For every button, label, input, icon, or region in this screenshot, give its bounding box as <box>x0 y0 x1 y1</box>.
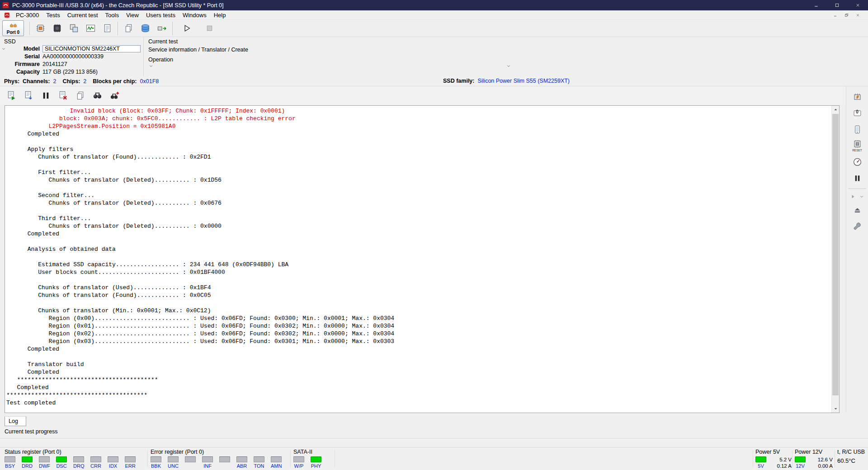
right-toolbar-bottom-icons <box>849 203 866 233</box>
copy-icon[interactable] <box>72 88 88 103</box>
operation-dropdown-icon[interactable] <box>148 63 154 69</box>
ammeter-icon[interactable] <box>849 155 866 169</box>
power-5v-title: Power 5V <box>755 449 792 455</box>
led-label: TON <box>254 463 264 469</box>
stop-log-icon[interactable] <box>55 88 71 103</box>
log-line: Completed <box>6 345 831 353</box>
separator <box>147 450 148 467</box>
status-register-section: Status register (Port 0) BSYDRDDWFDSCDRQ… <box>5 449 142 469</box>
power-12v-led-label: 12V <box>795 463 806 469</box>
mdi-minimize-button[interactable] <box>830 11 840 19</box>
log-content[interactable]: Invalid block (Block: 0x03FF; Chunk: 0x1… <box>5 106 831 413</box>
minimize-button[interactable] <box>806 0 826 10</box>
reset-icon[interactable]: RESET <box>849 139 866 152</box>
pause-icon[interactable] <box>38 88 53 103</box>
chip-copy-icon[interactable] <box>66 21 81 36</box>
power-chip-icon[interactable] <box>849 90 866 103</box>
mdi-restore-button[interactable] <box>841 11 851 19</box>
led-indicator <box>293 456 304 462</box>
oscilloscope-icon[interactable] <box>83 21 98 36</box>
menu-windows[interactable]: Windows <box>179 11 210 19</box>
port-0-button[interactable]: Port 0 <box>2 20 24 36</box>
usb-port-icon[interactable]: 0 <box>849 106 866 120</box>
log-line <box>6 238 831 245</box>
blocks-per-chip-label: Blocks per chip: <box>93 78 137 85</box>
led-label: DSC <box>56 463 67 469</box>
led-indicator <box>271 456 282 462</box>
log-line: Second filter... <box>6 192 831 199</box>
separator <box>335 450 335 467</box>
log-line: Completed <box>6 130 831 138</box>
ssd-field-serial: SerialAA00000000000000339 <box>8 52 141 60</box>
log-scrollbar[interactable] <box>831 106 839 413</box>
pause-side-icon[interactable] <box>849 171 866 185</box>
play-icon[interactable] <box>179 21 194 36</box>
disk-stack-icon[interactable] <box>137 21 153 36</box>
menu-pc-3000[interactable]: PC-3000 <box>12 11 42 19</box>
ssd-dropdown-icon[interactable] <box>1 46 7 52</box>
log-line <box>6 161 831 169</box>
menu-view[interactable]: View <box>123 11 142 19</box>
led-indicator <box>108 456 118 462</box>
log-line: Translator build <box>6 361 831 368</box>
info-panels: SSD ModelSILICONMOTION SM2246XTSerialAA0… <box>0 37 868 76</box>
run-log-icon[interactable] <box>4 88 19 103</box>
stop-icon[interactable] <box>202 21 217 36</box>
led-indicator <box>151 456 161 462</box>
scroll-down-button[interactable] <box>832 405 839 413</box>
temperature-value: 60.5°C <box>837 457 865 464</box>
chip-writer-icon[interactable] <box>33 21 48 36</box>
maximize-button[interactable] <box>826 0 847 10</box>
led-indicator <box>5 456 15 462</box>
toolbar-separator <box>848 188 866 189</box>
led-indicator <box>73 456 84 462</box>
log-line: Completed <box>6 230 831 238</box>
phys-bar: Phys: Channels: 2 Chips: 2 Blocks per ch… <box>0 76 868 86</box>
operation-label: Operation <box>148 56 173 63</box>
save-report-icon[interactable] <box>21 88 36 103</box>
led-label <box>185 463 196 469</box>
log-line: block: 0x003A; chunk: 0x5FC0............… <box>6 115 831 122</box>
menu-help[interactable]: Help <box>210 11 230 19</box>
operation-dropdown-right-icon[interactable] <box>506 63 512 69</box>
led-indicator <box>219 456 230 462</box>
chevron-down-icon[interactable] <box>858 193 865 200</box>
find-next-icon[interactable] <box>107 88 122 103</box>
toolbar-data-group <box>121 21 170 36</box>
led-IDX: IDX <box>108 456 125 469</box>
progress-label: Current test progress <box>5 428 57 435</box>
card-icon[interactable] <box>849 203 866 216</box>
led-indicator <box>39 456 50 462</box>
menu-users-tests[interactable]: Users tests <box>142 11 179 19</box>
led-indicator <box>168 456 179 462</box>
ssd-field-model: ModelSILICONMOTION SM2246XT <box>8 45 141 52</box>
copy-pages-icon[interactable] <box>121 21 136 36</box>
menu-tools[interactable]: Tools <box>102 11 123 19</box>
menu-current-test[interactable]: Current test <box>64 11 102 19</box>
tab-log[interactable]: Log <box>5 416 26 426</box>
log-line <box>6 276 831 284</box>
run-small-icon[interactable] <box>849 193 857 200</box>
log-line: Chunks of translator (Deleted)..........… <box>6 222 831 230</box>
data-transfer-icon[interactable] <box>154 21 170 36</box>
scroll-up-button[interactable] <box>832 106 839 113</box>
log-line: Completed <box>6 368 831 376</box>
log-line: Third filter... <box>6 215 831 222</box>
temperature-title: t, R/C USB <box>837 449 865 455</box>
mdi-close-button[interactable] <box>853 11 863 19</box>
chip-icon[interactable] <box>49 21 65 36</box>
ssd-family: SSD family: Silicon Power Slim S55 (SM22… <box>443 78 576 84</box>
wrench-icon[interactable] <box>849 219 866 233</box>
menu-tests[interactable]: Tests <box>42 11 63 19</box>
find-icon[interactable] <box>90 88 105 103</box>
field-label: Firmware <box>8 61 42 67</box>
device-icon[interactable] <box>849 122 866 136</box>
toolbar-chip-group <box>33 21 115 36</box>
spec-list-icon[interactable] <box>99 21 115 36</box>
close-button[interactable] <box>847 0 868 10</box>
right-toolbar-main-icons: 0RESET <box>849 90 866 185</box>
port-connector-icon <box>9 22 17 31</box>
led-indicator <box>125 456 136 462</box>
led-label: BSY <box>5 463 15 469</box>
scrollbar-thumb[interactable] <box>832 114 839 395</box>
